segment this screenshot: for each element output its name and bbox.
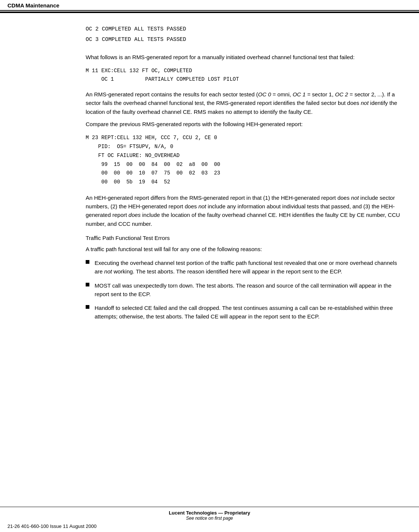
heh-line4: 99 15 00 00 84 00 02 a8 00 00 [86,161,220,167]
para2-not1: not [361,100,369,106]
rms-line2: OC 1 PARTIALLY COMPLETED LOST PILOT [86,76,239,82]
para2-oc2: OC 2 [335,91,348,97]
page-number: 21-26 401-660-100 Issue 11 August 2000 [7,523,96,529]
status-block: OC 2 COMPLETED ALL TESTS PASSED OC 3 COM… [86,24,404,45]
paragraph-3: Compare the previous RMS-generated repor… [86,120,404,128]
main-content: OC 2 COMPLETED ALL TESTS PASSED OC 3 COM… [0,13,419,334]
para2-eq1: = sector 1, [306,91,335,97]
bullet-text-3: Handoff to selected CE failed and the ca… [95,304,404,321]
footer-notice: See notice on first page [0,516,419,521]
para4-does: does [128,212,141,218]
status-line-2: OC 3 COMPLETED ALL TESTS PASSED [86,35,404,45]
list-item: MOST call was unexpectedly torn down. Th… [86,281,404,299]
bullet-list: Executing the overhead channel test port… [86,259,404,321]
rms-report: M 11 EXC:CELL 132 FT OC, COMPLETED OC 1 … [86,67,404,83]
heh-line6: 00 00 5b 19 04 52 [86,179,170,185]
bullet-icon [86,260,89,264]
section-title: Traffic Path Functional Test Errors [86,235,404,241]
para4-prefix: An HEH-generated report differs from the… [86,195,351,201]
paragraph-2: An RMS-generated report contains the res… [86,90,404,116]
paragraph-4: An HEH-generated report differs from the… [86,193,404,228]
paragraph-5: A traffic path functional test will fail… [86,245,404,253]
bullet-icon [86,283,89,286]
paragraph-1: What follows is an RMS-generated report … [86,53,404,61]
heh-line3: FT OC FAILURE: NO_OVERHEAD [86,153,180,158]
page-footer: Lucent Technologies — Proprietary See no… [0,507,419,521]
bullet1-not: not [104,268,112,275]
footer-brand: Lucent Technologies — Proprietary [0,510,419,516]
para4-not1: not [351,195,359,201]
heh-line1: M 23 REPT:CELL 132 HEH, CCC 7, CCU 2, CE… [86,135,217,141]
para2-oc1: OC 1 [293,91,306,97]
para2-prefix: An RMS-generated report contains the res… [86,91,258,97]
status-line-1: OC 2 COMPLETED ALL TESTS PASSED [86,24,404,35]
page-header: CDMA Maintenance [0,0,419,11]
para2-oc0: OC 0 [258,91,271,97]
bullet-text-2: MOST call was unexpectedly torn down. Th… [95,281,404,299]
rms-line1: M 11 EXC:CELL 132 FT OC, COMPLETED [86,68,192,74]
para4-not2: not [199,203,206,209]
heh-report: M 23 REPT:CELL 132 HEH, CCC 7, CCU 2, CE… [86,134,404,187]
header-title: CDMA Maintenance [7,2,59,9]
heh-line5: 00 00 00 10 07 75 00 02 03 23 [86,170,220,176]
heh-line2: PID: OS= FTSUPV, N/A, 0 [86,144,173,150]
para2-eq0: = omni, [271,91,293,97]
list-item: Executing the overhead channel test port… [86,259,404,276]
bullet-icon [86,305,89,309]
list-item: Handoff to selected CE failed and the ca… [86,304,404,321]
bullet-text-1: Executing the overhead channel test port… [95,259,404,276]
